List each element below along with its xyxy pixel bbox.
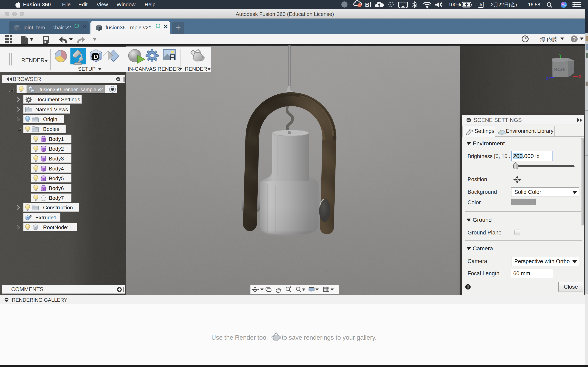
svg-text:B: B (365, 1, 370, 8)
svg-text:X: X (579, 74, 581, 79)
svg-text:Z: Z (546, 76, 549, 81)
svg-text:Y: Y (559, 53, 562, 58)
svg-text:RI: RI (570, 67, 574, 71)
svg-text:FRONT: FRONT (554, 67, 566, 72)
svg-text:?: ? (572, 36, 576, 42)
